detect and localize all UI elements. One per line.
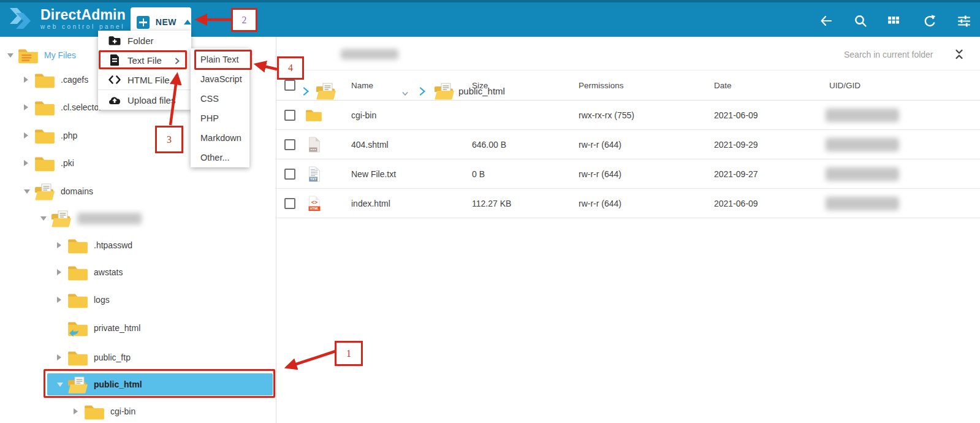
file-date: 2021-09-29 (714, 140, 758, 150)
row-checkbox[interactable] (284, 110, 295, 121)
tree-item-domains[interactable]: domains (0, 178, 276, 204)
tree-collapse-caret-icon[interactable] (40, 216, 47, 221)
tree-item-domain-blurred[interactable] (0, 205, 276, 231)
row-checkbox[interactable] (284, 169, 295, 180)
apps-grid-icon[interactable] (886, 13, 901, 28)
symlink-folder-icon (67, 319, 89, 338)
file-name[interactable]: index.html (351, 199, 390, 208)
svg-text:<>: <> (311, 199, 317, 205)
open-folder-icon (50, 210, 72, 228)
new-button-label: NEW (156, 17, 177, 27)
file-name[interactable]: cgi-bin (351, 110, 376, 120)
closed-folder-icon (67, 291, 89, 310)
tune-icon[interactable] (957, 13, 971, 28)
search-icon[interactable] (853, 13, 868, 28)
submenu-item-php[interactable]: PHP (191, 109, 249, 128)
file-name[interactable]: 404.shtml (351, 140, 389, 150)
tree-expand-caret-icon[interactable] (57, 297, 61, 303)
select-all-checkbox[interactable] (284, 80, 295, 91)
closed-folder-icon (34, 127, 56, 145)
file-row-404-shtml[interactable]: 404.shtml 646.00 B rw-r-r (644) 2021-09-… (276, 130, 980, 159)
menu-item-html-file[interactable]: HTML File (98, 70, 191, 90)
file-html-icon: <> HTML (308, 195, 321, 215)
search-in-folder-input[interactable]: Search in current folder (844, 50, 933, 59)
closed-folder-icon (67, 264, 89, 282)
myfiles-folder-icon (17, 47, 39, 65)
brand-name: DirectAdmin (40, 8, 126, 22)
tree-item-private-html[interactable]: private_html (0, 315, 276, 341)
menu-item-upload-files[interactable]: Upload files (98, 90, 191, 110)
file-permissions: rw-r-r (644) (579, 140, 621, 150)
file-row-cgi-bin[interactable]: cgi-bin rwx-rx-rx (755) 2021-06-09 (276, 101, 980, 130)
submenu-item-css[interactable]: CSS (191, 89, 249, 109)
closed-folder-icon (83, 403, 105, 421)
submenu-item-markdown[interactable]: Markdown (191, 128, 249, 148)
tree-expand-caret-icon[interactable] (57, 354, 61, 360)
uid-gid-blurred (826, 109, 899, 122)
column-header-date[interactable]: Date (714, 81, 732, 90)
cloud-upload-icon (108, 93, 121, 107)
tree-expand-caret-icon[interactable] (57, 269, 61, 275)
file-permissions: rw-r-r (644) (579, 199, 621, 208)
tree-item-logs[interactable]: logs (0, 287, 276, 313)
closed-folder-icon (34, 154, 56, 173)
submenu-item-other-[interactable]: Other... (191, 148, 249, 167)
file-size: 646.00 B (472, 140, 506, 150)
tree-expand-caret-icon[interactable] (74, 408, 78, 414)
folder-plus-icon (108, 34, 121, 47)
file-date: 2021-06-09 (714, 199, 758, 208)
closed-folder-icon (67, 349, 89, 367)
column-header-uid-gid[interactable]: UID/GID (829, 81, 860, 90)
menu-item-text-file[interactable]: Text File (98, 50, 191, 70)
tree-collapse-caret-icon[interactable] (7, 53, 13, 58)
menu-divider (98, 90, 191, 90)
tree-collapse-caret-icon[interactable] (24, 189, 30, 194)
submenu-item-plain-text[interactable]: Plain Text (191, 50, 249, 69)
file-permissions: rw-r-r (644) (579, 169, 621, 179)
column-header-permissions[interactable]: Permissions (579, 81, 624, 90)
blurred-domain-label (77, 213, 142, 224)
tree-expand-caret-icon[interactable] (24, 104, 28, 110)
directadmin-logo[interactable]: DirectAdmin web control panel (9, 5, 126, 33)
menu-item-folder[interactable]: Folder (98, 31, 191, 50)
file-row-index-html[interactable]: <> HTML index.html 112.27 KB rw-r-r (644… (276, 189, 980, 218)
tree-expand-caret-icon[interactable] (24, 77, 28, 83)
plus-icon (137, 16, 150, 29)
open-folder-icon (34, 183, 56, 201)
tree-item-public-ftp[interactable]: public_ftp (0, 345, 276, 370)
file-shtml-icon (308, 136, 321, 156)
closed-folder-icon (34, 99, 56, 117)
tree-item-awstats[interactable]: awstats (0, 259, 276, 285)
tree-expand-caret-icon[interactable] (24, 132, 28, 139)
refresh-icon[interactable] (922, 13, 937, 28)
top-bar-accent-strip (0, 0, 980, 2)
file-size: 112.27 KB (472, 199, 511, 208)
annotation-step-1: 1 (335, 341, 363, 366)
open-folder-icon (67, 376, 89, 394)
submenu-item-javascript[interactable]: JavaScript (191, 69, 249, 89)
tree-collapse-caret-icon[interactable] (57, 383, 63, 387)
row-checkbox[interactable] (284, 198, 295, 209)
row-checkbox[interactable] (284, 139, 295, 150)
closed-folder-icon (67, 237, 89, 255)
back-icon[interactable] (819, 13, 834, 28)
file-row-new-file-txt[interactable]: TXT New File.txt 0 B rw-r-r (644) 2021-0… (276, 159, 980, 189)
breadcrumb-domain-blurred[interactable] (341, 49, 398, 59)
column-header-name[interactable]: Name (351, 81, 373, 90)
new-dropdown-menu: Folder Text File HTML File Upload files (98, 31, 191, 110)
file-name[interactable]: New File.txt (351, 169, 396, 179)
closed-folder-icon (34, 71, 56, 90)
file-txt-icon: TXT (308, 166, 321, 185)
folder-icon (305, 108, 323, 125)
tree-item-public-html[interactable]: public_html (0, 372, 276, 397)
file-date: 2021-06-09 (714, 110, 758, 120)
uid-gid-blurred (826, 167, 899, 181)
tree-item--htpasswd[interactable]: .htpasswd (0, 232, 276, 258)
directadmin-file-manager: DirectAdmin web control panel NEW Folder… (0, 0, 980, 423)
column-header-size[interactable]: Size (472, 81, 488, 90)
tree-expand-caret-icon[interactable] (57, 242, 61, 248)
directadmin-chevrons-icon (9, 4, 34, 34)
tree-item-cgi-bin[interactable]: cgi-bin (0, 398, 276, 423)
tree-expand-caret-icon[interactable] (24, 160, 28, 166)
collapse-tree-icon[interactable] (954, 49, 965, 59)
